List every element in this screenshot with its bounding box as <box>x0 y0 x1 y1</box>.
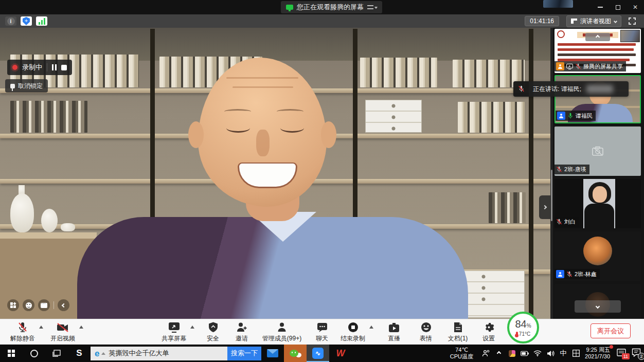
wps-app-button[interactable]: W <box>329 345 352 362</box>
mic-options-caret[interactable] <box>39 325 43 329</box>
wps-icon: W <box>336 348 345 359</box>
mic-muted-icon <box>17 322 28 333</box>
speaking-toast-text: 正在讲话: 谭福民; <box>533 85 581 94</box>
reactions-button[interactable]: 表情 <box>410 319 441 343</box>
system-tray: 74℃ CPU温度 中 9:25 周五 2021/7/30 11 2 <box>450 345 642 362</box>
people-icon <box>482 350 490 357</box>
people-tray-button[interactable] <box>482 349 490 357</box>
tile-screen-share[interactable]: 滕腾的屏幕共享 <box>554 29 641 73</box>
close-button[interactable]: ✕ <box>627 0 644 14</box>
window-controls: ✕ <box>592 0 644 14</box>
meeting-app-window: 您正在观看滕腾的屏幕 ✕ i 01:41:16 演讲者视图 <box>0 0 644 362</box>
meeting-info-button[interactable]: i <box>5 16 16 26</box>
tile-participant-avatar[interactable]: 2班-林鑫 <box>554 231 641 281</box>
participant-badge-icon <box>556 270 564 278</box>
search-go-button[interactable]: 搜索一下 <box>227 347 261 360</box>
cortana-icon <box>30 350 38 357</box>
pin-icon <box>10 84 15 88</box>
participant-badge-icon <box>557 112 565 120</box>
caption-button[interactable] <box>38 299 50 311</box>
ime-tray-app-button[interactable] <box>508 349 516 357</box>
chevron-down-icon <box>374 6 378 9</box>
pause-recording-button[interactable] <box>52 64 57 70</box>
collapse-controls-button[interactable] <box>58 299 69 311</box>
participant-label: 2班-唐瑛 <box>554 165 589 174</box>
windows-logo-icon <box>8 350 15 357</box>
taskbar-clock[interactable]: 9:25 周五 2021/7/30 <box>585 347 612 360</box>
chevron-down-icon <box>614 19 617 23</box>
view-mode-button[interactable]: 演讲者视图 <box>566 15 621 27</box>
tile-partial[interactable] <box>554 284 641 318</box>
ime-grid-icon <box>573 350 580 357</box>
battery-icon <box>521 351 529 356</box>
unmute-button[interactable]: 解除静音 <box>6 319 39 343</box>
stop-recording-label: 结束录制 <box>341 334 365 343</box>
chat-button[interactable]: 聊天 <box>308 319 336 343</box>
stop-recording-toolbar-button[interactable]: 结束录制 <box>336 319 369 343</box>
tray-overflow-button[interactable] <box>495 349 503 357</box>
collapse-thumbnails-button[interactable] <box>585 33 610 41</box>
invite-button[interactable]: 邀请 <box>227 319 256 343</box>
record-options-caret[interactable] <box>369 325 373 329</box>
caret-up-icon <box>101 352 105 355</box>
chevron-up-icon <box>497 351 501 355</box>
security-toolbar-button[interactable]: 安全 <box>199 319 227 343</box>
start-button[interactable] <box>0 345 23 362</box>
fullscreen-button[interactable] <box>629 17 636 25</box>
mail-icon <box>267 349 278 357</box>
cpu-temp-widget[interactable]: 74℃ CPU温度 <box>450 347 473 360</box>
settings-button[interactable]: 设置 <box>474 319 503 343</box>
view-mode-label: 演讲者视图 <box>580 17 611 26</box>
live-stream-button[interactable]: 直播 <box>378 319 410 343</box>
unpin-button[interactable]: 取消锁定 <box>5 79 48 93</box>
wifi-tray-button[interactable] <box>533 349 542 357</box>
cortana-button[interactable] <box>23 345 45 362</box>
scroll-down-button[interactable] <box>575 300 621 313</box>
video-options-caret[interactable] <box>79 325 83 329</box>
document-icon <box>454 322 462 333</box>
start-video-button[interactable]: 开启视频 <box>46 319 79 343</box>
documents-button[interactable]: 文档(1) <box>441 319 474 343</box>
participants-sidebar: 滕腾的屏幕共享 谭福民 2班-唐瑛 <box>550 28 644 319</box>
network-quality-button[interactable] <box>36 16 47 26</box>
pinned-app-button[interactable]: S <box>68 345 91 362</box>
wechat-app-button[interactable] <box>284 345 307 362</box>
battery-percent: 84 <box>515 318 526 330</box>
thermometer-icon <box>516 332 518 336</box>
taskbar-search-box[interactable]: e 英撕毁中企千亿大单 搜索一下 <box>91 347 261 360</box>
share-options-menu[interactable] <box>367 5 377 9</box>
colorful-app-icon <box>509 350 515 357</box>
emoji-overlay-button[interactable] <box>23 299 34 311</box>
sidebar-scrollbar[interactable] <box>550 28 553 319</box>
meeting-app-button[interactable]: ∿ <box>307 345 329 362</box>
unread-tray-button[interactable]: 11 <box>617 348 627 358</box>
share-options-caret[interactable] <box>190 325 194 329</box>
start-video-label: 开启视频 <box>50 334 75 343</box>
chat-bubble-icon <box>317 322 328 333</box>
security-button[interactable] <box>21 16 32 26</box>
notification-center-button[interactable]: 2 <box>632 348 642 358</box>
search-text[interactable]: 英撕毁中企千亿大单 <box>109 349 227 358</box>
sidebar-collapse-handle[interactable] <box>539 195 550 219</box>
caption-bubble-icon <box>41 303 47 308</box>
share-screen-button[interactable]: 共享屏幕 <box>157 319 190 343</box>
layout-switch-button[interactable] <box>7 299 19 311</box>
ime-panel-button[interactable] <box>572 349 580 357</box>
power-tray-button[interactable] <box>521 349 529 357</box>
task-view-button[interactable] <box>45 345 68 362</box>
leave-meeting-button[interactable]: 离开会议 <box>591 323 631 338</box>
layout-icon <box>571 19 577 24</box>
mail-app-button[interactable] <box>261 345 284 362</box>
stop-recording-button[interactable] <box>61 65 67 70</box>
scrollbar-handle[interactable] <box>551 170 552 221</box>
meeting-toolbar: 解除静音 开启视频 共享屏幕 安全 邀请 <box>0 319 644 345</box>
tile-camera-off[interactable]: 2班-唐瑛 <box>554 126 641 176</box>
video-overlay-controls <box>7 299 69 311</box>
mic-muted-icon <box>556 166 562 173</box>
maximize-button[interactable] <box>609 0 627 14</box>
volume-tray-button[interactable] <box>546 349 554 357</box>
ime-mode-button[interactable]: 中 <box>559 349 567 357</box>
manage-members-button[interactable]: 管理成员(99+) <box>256 319 308 343</box>
tile-participant-video[interactable]: 刘白 <box>554 179 641 228</box>
minimize-button[interactable] <box>592 0 609 14</box>
